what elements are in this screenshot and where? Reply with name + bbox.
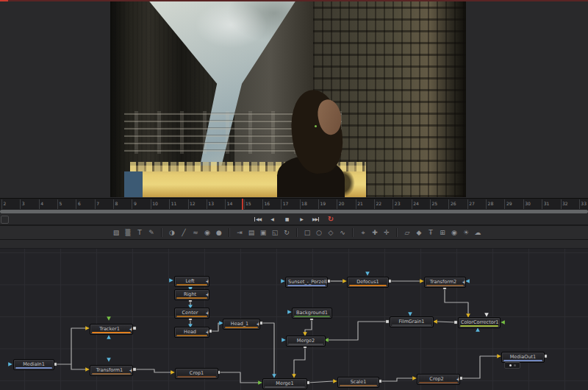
play-forward-button[interactable]: ▶ <box>297 215 306 223</box>
node-transform2[interactable]: Transform2◂) <box>424 277 466 288</box>
color-corrector-icon[interactable]: ◑ <box>167 228 177 238</box>
node-input-port[interactable] <box>333 379 337 383</box>
color-curves-icon[interactable]: ╱ <box>179 228 189 238</box>
connection-wire[interactable] <box>329 322 387 340</box>
connection-wire[interactable] <box>261 323 274 375</box>
connection-wire[interactable] <box>71 328 86 364</box>
connection-wire[interactable] <box>308 381 333 383</box>
connection-wire[interactable] <box>305 319 312 333</box>
node-input-port[interactable] <box>292 374 296 378</box>
merge-3d-icon[interactable]: ⊞ <box>437 228 448 238</box>
playhead[interactable] <box>242 199 243 210</box>
node-background1[interactable]: Background1 <box>292 308 332 319</box>
node-input-port[interactable] <box>343 279 347 283</box>
node-input-port[interactable] <box>85 367 90 372</box>
image-plane-3d-icon[interactable]: ▱ <box>402 228 412 238</box>
node-input-port[interactable] <box>85 326 90 330</box>
connection-wire[interactable] <box>135 369 171 372</box>
node-center[interactable]: Center◂) <box>174 308 209 319</box>
node-defocus1[interactable]: Defocus1 <box>347 277 389 288</box>
spot-light-icon[interactable]: ☀ <box>461 228 471 238</box>
node-input-port[interactable] <box>281 279 285 283</box>
go-to-last-frame-button[interactable]: ▶▶ <box>312 215 321 223</box>
node-input-port[interactable] <box>433 319 437 324</box>
node-output-port[interactable] <box>454 321 457 324</box>
shape-3d-icon[interactable]: ◆ <box>414 228 424 238</box>
bspline-mask-icon[interactable]: ∿ <box>337 228 348 238</box>
node-input-port[interactable] <box>501 320 505 325</box>
viewer-assignment-indicator[interactable] <box>504 362 520 369</box>
node-input-port[interactable] <box>465 279 470 283</box>
node-input-port[interactable] <box>169 278 173 283</box>
node-output-port[interactable] <box>133 327 136 330</box>
fast-noise-icon[interactable]: ▒ <box>123 228 133 238</box>
node-input-port[interactable] <box>365 272 370 276</box>
node-input-port[interactable] <box>258 380 262 385</box>
connection-wire[interactable] <box>437 322 456 322</box>
background-icon[interactable]: ▧ <box>111 228 121 238</box>
node-input-port[interactable] <box>476 327 480 332</box>
node-sunset-porzella-ita[interactable]: Sunset_-_Porzella_Ita... <box>285 277 328 288</box>
connection-wire[interactable] <box>380 378 412 381</box>
planar-transform-icon[interactable]: ✚ <box>370 228 380 238</box>
node-crop2[interactable]: Crop2◂) <box>417 374 460 385</box>
stop-button[interactable]: ■ <box>282 215 292 223</box>
brightness-contrast-icon[interactable]: ◉ <box>202 228 212 238</box>
node-mediain1[interactable]: MediaIn1 <box>13 359 54 370</box>
node-crop1[interactable]: Crop1 <box>175 368 218 379</box>
text-plus-icon[interactable]: T <box>135 228 145 238</box>
node-input-port[interactable] <box>287 310 292 314</box>
node-graph[interactable]: MediaIn1Tracker1◂)Transform1◂)Left◂)Righ… <box>0 240 588 390</box>
blur-icon[interactable]: ● <box>214 228 224 238</box>
timeline-ruler[interactable]: 2345678910111213141516171819202122232425… <box>0 198 588 210</box>
node-right[interactable]: Right◂) <box>174 289 209 300</box>
camera-3d-icon[interactable]: ◉ <box>449 228 459 238</box>
node-input-port[interactable] <box>484 313 489 317</box>
paint-icon[interactable]: ✎ <box>146 228 157 238</box>
node-filmgrain1[interactable]: FilmGrain1 <box>390 316 434 327</box>
node-output-port[interactable] <box>386 320 389 323</box>
node-scale1[interactable]: Scale1 <box>337 377 379 388</box>
go-to-first-frame-button[interactable]: ◀◀ <box>253 215 262 223</box>
connection-wire[interactable] <box>445 288 468 313</box>
connection-wire[interactable] <box>55 364 86 369</box>
ellipse-mask-icon[interactable]: ○ <box>314 228 324 238</box>
node-tracker1[interactable]: Tracker1◂) <box>90 324 133 335</box>
node-output-port[interactable] <box>133 368 136 371</box>
node-input-port[interactable] <box>497 354 501 358</box>
play-reverse-button[interactable]: ◀ <box>268 215 277 223</box>
matte-control-icon[interactable]: ▤ <box>246 228 257 238</box>
planar-tracker-icon[interactable]: ⌖ <box>358 228 368 238</box>
node-head[interactable]: Head◂) <box>174 327 209 338</box>
node-input-port[interactable] <box>282 338 286 342</box>
text-3d-icon[interactable]: Ŧ <box>426 228 436 238</box>
tracker-icon[interactable]: ✛ <box>381 228 392 238</box>
connection-wire[interactable] <box>461 356 497 378</box>
node-input-port[interactable] <box>107 316 111 321</box>
node-left[interactable]: Left◂) <box>174 276 209 287</box>
node-merge1[interactable]: Merge1 <box>262 378 307 389</box>
node-input-port[interactable] <box>107 358 111 362</box>
connection-wire[interactable] <box>218 372 259 383</box>
node-input-port[interactable] <box>272 374 276 378</box>
node-mediaout1[interactable]: MediaOut1 <box>501 352 545 363</box>
renderer-3d-icon[interactable]: ☁ <box>473 228 483 238</box>
node-input-port[interactable] <box>107 335 111 339</box>
resize-icon[interactable]: ◱ <box>270 228 280 238</box>
node-input-port[interactable] <box>8 362 12 366</box>
node-merge2[interactable]: Merge2 <box>286 336 326 347</box>
loop-button[interactable]: ↻ <box>326 215 336 223</box>
rectangle-mask-icon[interactable]: □ <box>302 228 312 238</box>
node-colorcorrector1[interactable]: ColorCorrector1 <box>458 317 501 328</box>
chroma-keyer-icon[interactable]: ▣ <box>258 228 268 238</box>
polygon-mask-icon[interactable]: ◇ <box>326 228 336 238</box>
connection-wire[interactable] <box>294 347 305 375</box>
node-input-port[interactable] <box>420 279 424 283</box>
hue-curves-icon[interactable]: ≈ <box>190 228 201 238</box>
node-head-1[interactable]: Head_1◂) <box>223 319 260 330</box>
transform-icon[interactable]: ↻ <box>282 228 292 238</box>
node-input-port[interactable] <box>408 312 412 316</box>
node-transform1[interactable]: Transform1◂) <box>90 365 133 376</box>
node-input-port[interactable] <box>412 376 417 380</box>
merge-icon[interactable]: ⇥ <box>234 228 245 238</box>
